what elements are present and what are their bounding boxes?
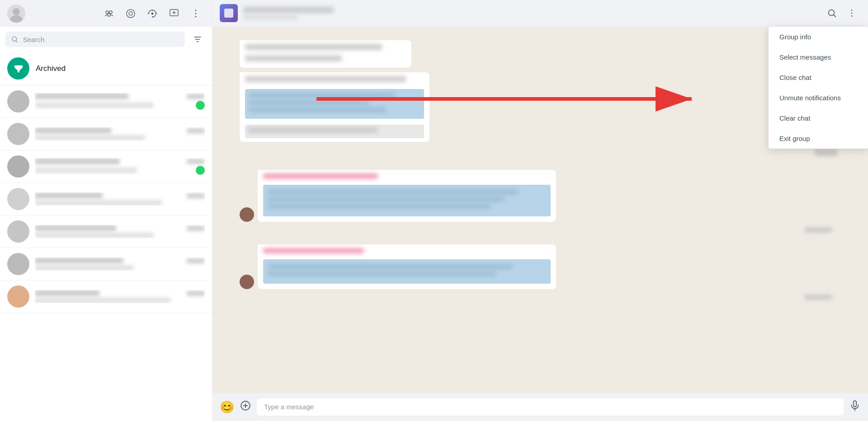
message-row xyxy=(240,72,841,142)
chat-status-blur xyxy=(243,15,297,20)
communities-icon[interactable] xyxy=(100,5,118,23)
microphone-button[interactable] xyxy=(849,400,861,415)
svg-point-3 xyxy=(106,11,108,14)
avatar xyxy=(7,220,29,243)
chat-content xyxy=(35,225,205,238)
emoji-button[interactable]: 😊 xyxy=(220,400,234,414)
user-avatar[interactable] xyxy=(7,5,25,23)
list-item[interactable] xyxy=(0,281,212,313)
sidebar: Archived xyxy=(0,0,212,421)
search-button[interactable] xyxy=(823,4,841,22)
unread-badge xyxy=(196,101,205,110)
message-row xyxy=(240,149,841,156)
list-item[interactable] xyxy=(0,150,212,183)
message-row xyxy=(240,170,841,222)
list-item[interactable] xyxy=(0,118,212,150)
chat-main: 😊 Group info Select messages Close chat … xyxy=(212,0,868,421)
context-menu: Group info Select messages Close chat Un… xyxy=(769,27,868,149)
list-item[interactable] xyxy=(0,183,212,215)
search-icon xyxy=(11,35,19,43)
archived-row[interactable]: Archived xyxy=(0,52,212,85)
svg-point-7 xyxy=(129,12,132,15)
message-row xyxy=(240,40,841,68)
chat-header-actions xyxy=(823,4,861,22)
attach-button[interactable] xyxy=(240,400,251,414)
svg-point-11 xyxy=(195,13,197,14)
svg-point-5 xyxy=(108,14,110,16)
menu-item-close-chat[interactable]: Close chat xyxy=(769,67,868,88)
menu-icon[interactable] xyxy=(187,5,205,23)
chat-list xyxy=(0,85,212,421)
message-timestamp xyxy=(240,295,841,300)
chat-header xyxy=(212,0,868,27)
chat-content xyxy=(35,192,205,206)
message-input[interactable] xyxy=(264,403,836,411)
message-input-wrap[interactable] xyxy=(257,398,844,416)
group-avatar[interactable] xyxy=(220,4,238,22)
menu-item-select-messages[interactable]: Select messages xyxy=(769,47,868,67)
avatar xyxy=(7,90,29,112)
svg-point-4 xyxy=(109,11,112,14)
avatar xyxy=(7,123,29,145)
chat-name-blur xyxy=(243,7,334,13)
chat-header-info xyxy=(243,7,817,20)
status-icon[interactable] xyxy=(122,5,140,23)
svg-point-1 xyxy=(13,8,20,15)
chat-content xyxy=(35,290,205,303)
filter-button[interactable] xyxy=(189,30,207,48)
archive-icon xyxy=(7,57,29,80)
sidebar-header xyxy=(0,0,212,27)
more-options-button[interactable] xyxy=(843,4,861,22)
svg-point-8 xyxy=(151,12,154,14)
svg-point-20 xyxy=(851,15,853,17)
chat-content xyxy=(35,127,205,140)
avatar xyxy=(7,188,29,210)
message-bubble xyxy=(258,170,556,222)
avatar xyxy=(7,155,29,178)
chat-content xyxy=(35,257,205,271)
search-input-wrap[interactable] xyxy=(5,32,185,47)
svg-point-10 xyxy=(195,9,197,11)
message-bubble xyxy=(258,244,556,289)
menu-item-exit-group[interactable]: Exit group xyxy=(769,128,868,149)
svg-point-19 xyxy=(851,13,853,14)
chat-content xyxy=(35,158,205,175)
svg-point-18 xyxy=(851,9,853,11)
sidebar-header-icons xyxy=(100,5,205,23)
avatar xyxy=(240,275,254,289)
message-bubble xyxy=(240,40,411,68)
avatar xyxy=(7,285,29,308)
menu-item-group-info[interactable]: Group info xyxy=(769,27,868,47)
avatar xyxy=(240,207,254,222)
avatar-inner xyxy=(224,9,233,18)
message-row xyxy=(240,244,841,289)
search-input[interactable] xyxy=(23,36,179,43)
list-item[interactable] xyxy=(0,248,212,281)
menu-item-unmute-notifications[interactable]: Unmute notifications xyxy=(769,88,868,108)
message-bubble xyxy=(240,72,429,142)
new-chat-icon[interactable] xyxy=(165,5,183,23)
list-item[interactable] xyxy=(0,215,212,248)
unread-badge xyxy=(196,166,205,175)
chat-content xyxy=(35,93,205,110)
channels-icon[interactable] xyxy=(143,5,161,23)
avatar xyxy=(7,253,29,275)
message-timestamp xyxy=(240,227,841,233)
svg-point-6 xyxy=(127,9,135,18)
svg-point-12 xyxy=(195,16,197,17)
chat-footer: 😊 xyxy=(212,393,868,421)
menu-item-clear-chat[interactable]: Clear chat xyxy=(769,108,868,128)
search-bar xyxy=(0,27,212,52)
svg-rect-24 xyxy=(854,401,857,407)
sidebar-header-left xyxy=(7,5,25,23)
list-item[interactable] xyxy=(0,85,212,118)
archived-label: Archived xyxy=(36,64,66,73)
